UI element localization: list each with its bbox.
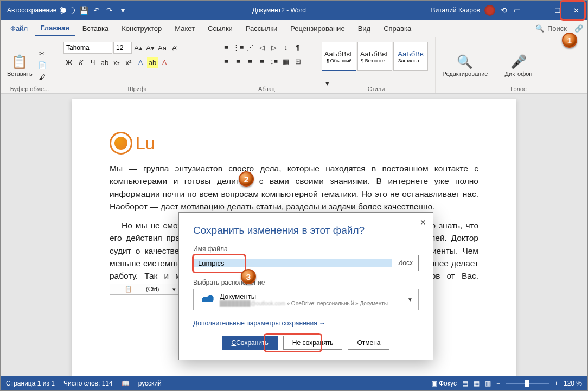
share-button[interactable]: 🔗 — [574, 24, 583, 33]
numbering-icon[interactable]: ⋮≡ — [233, 42, 244, 53]
clipboard-icon: 📋 — [11, 54, 28, 69]
font-group-label: Шрифт — [59, 86, 216, 92]
change-case-icon[interactable]: Aa — [157, 42, 168, 53]
view-web-icon[interactable]: ▥ — [485, 380, 491, 387]
style-heading[interactable]: АаБбВв Заголово... — [393, 42, 428, 71]
tab-file[interactable]: Файл — [5, 21, 33, 36]
cancel-button[interactable]: Отмена — [348, 336, 389, 350]
align-right-icon[interactable]: ≡ — [245, 56, 255, 67]
copy-icon[interactable]: 📄 — [37, 60, 48, 71]
ribbon-tabs: Файл Главная Вставка Конструктор Макет С… — [1, 20, 587, 37]
tab-home[interactable]: Главная — [35, 21, 75, 36]
strike-button[interactable]: ab — [99, 57, 110, 68]
clear-format-icon[interactable]: A̷ — [169, 42, 180, 53]
paste-options-badge[interactable]: 📋 (Ctrl) ▾ — [110, 284, 179, 295]
font-color-icon[interactable]: A — [159, 57, 170, 68]
sort-icon[interactable]: ↕ — [280, 42, 291, 53]
onedrive-icon — [199, 294, 214, 305]
ribbon-mode-icon[interactable]: ▭ — [513, 6, 521, 15]
grow-font-icon[interactable]: A▴ — [133, 42, 144, 53]
zoom-slider[interactable] — [506, 383, 549, 384]
tab-references[interactable]: Ссылки — [202, 21, 238, 36]
borders-icon[interactable]: ⊞ — [292, 56, 303, 67]
tab-help[interactable]: Справка — [378, 21, 417, 36]
multilevel-icon[interactable]: ⋰ — [245, 42, 255, 53]
more-save-options-link[interactable]: Дополнительные параметры сохранения → — [193, 319, 325, 327]
tab-review[interactable]: Рецензирование — [285, 21, 350, 36]
search-icon: 🔍 — [535, 24, 544, 33]
options-icon[interactable]: ⟲ — [500, 6, 508, 15]
close-button[interactable]: ✕ — [567, 1, 585, 20]
tab-layout[interactable]: Макет — [169, 21, 200, 36]
view-read-icon[interactable]: ▦ — [474, 380, 480, 387]
callout-2: 2 — [239, 171, 254, 187]
underline-button[interactable]: Ч — [87, 57, 98, 68]
show-marks-icon[interactable]: ¶ — [292, 42, 303, 53]
bullets-icon[interactable]: ≡ — [221, 42, 232, 53]
qat-dropdown-icon[interactable]: ▾ — [118, 6, 127, 15]
outdent-icon[interactable]: ◁ — [257, 42, 267, 53]
cut-icon[interactable]: ✂ — [37, 48, 48, 59]
chevron-down-icon[interactable]: ▼ — [407, 297, 413, 303]
editing-button[interactable]: 🔍 Редактирование — [440, 53, 490, 78]
focus-mode[interactable]: ▣ Фокус — [431, 380, 457, 387]
line-spacing-icon[interactable]: ↕≡ — [269, 56, 279, 67]
save-button[interactable]: ССохранить — [222, 336, 278, 350]
location-select[interactable]: Документы ████████@outlook.com » OneDriv… — [193, 289, 419, 310]
indent-icon[interactable]: ▷ — [269, 42, 279, 53]
font-name-select[interactable]: Tahoma — [63, 42, 112, 54]
autosave-label: Автосохранение — [7, 7, 56, 14]
dialog-close-button[interactable]: ✕ — [418, 217, 429, 228]
dialog-title: Сохранить изменения в этот файл? — [193, 225, 419, 236]
undo-icon[interactable]: ↶ — [92, 6, 101, 15]
view-print-icon[interactable]: ▤ — [462, 380, 468, 387]
text-effects-icon[interactable]: A — [135, 57, 146, 68]
subscript-button[interactable]: x₂ — [111, 57, 122, 68]
shrink-font-icon[interactable]: A▾ — [145, 42, 156, 53]
dont-save-button[interactable]: Не сохранять — [283, 336, 343, 350]
user-avatar[interactable] — [484, 5, 495, 16]
tab-design[interactable]: Конструктор — [116, 21, 167, 36]
search-box[interactable]: 🔍 Поиск — [535, 24, 567, 33]
tab-mailings[interactable]: Рассылки — [240, 21, 283, 36]
file-extension[interactable]: .docx — [392, 259, 418, 267]
justify-icon[interactable]: ≡ — [257, 56, 267, 67]
search-label: Поиск — [547, 24, 567, 33]
style-no-spacing[interactable]: АаБбВвГ ¶ Без инте... — [357, 42, 392, 71]
maximize-button[interactable]: ☐ — [548, 1, 567, 20]
location-name: Документы — [220, 292, 402, 300]
font-size-select[interactable]: 12 — [113, 42, 132, 54]
filename-input[interactable] — [194, 259, 392, 267]
page-indicator[interactable]: Страница 1 из 1 — [6, 380, 55, 387]
language-indicator[interactable]: русский — [138, 380, 162, 387]
tab-view[interactable]: Вид — [353, 21, 376, 36]
superscript-button[interactable]: x² — [123, 57, 134, 68]
toggle-icon[interactable] — [60, 7, 75, 14]
document-area[interactable]: Lu Мы — группа энтузиастов своего дела, … — [1, 94, 587, 376]
italic-button[interactable]: К — [75, 57, 86, 68]
align-center-icon[interactable]: ≡ — [233, 56, 244, 67]
dictate-button[interactable]: 🎤 Диктофон — [503, 53, 535, 78]
align-left-icon[interactable]: ≡ — [221, 56, 232, 67]
document-title: Документ2 - Word — [127, 7, 431, 14]
tab-insert[interactable]: Вставка — [77, 21, 114, 36]
style-normal[interactable]: АаБбВвГ ¶ Обычный — [322, 42, 356, 71]
zoom-level[interactable]: 120 % — [564, 380, 582, 387]
spellcheck-icon[interactable]: 📖 — [122, 380, 130, 387]
paste-button[interactable]: 📋 Вставить — [5, 53, 35, 78]
filename-label: Имя файла — [193, 245, 419, 253]
callout-1: 1 — [562, 33, 577, 48]
highlight-icon[interactable]: ab — [147, 57, 158, 68]
user-name: Виталий Каиров — [431, 7, 480, 14]
redo-icon[interactable]: ↷ — [105, 6, 114, 15]
format-painter-icon[interactable]: 🖌 — [37, 72, 48, 83]
shading-icon[interactable]: ▦ — [280, 56, 291, 67]
bold-button[interactable]: Ж — [63, 57, 74, 68]
word-count[interactable]: Число слов: 114 — [63, 380, 113, 387]
zoom-out-button[interactable]: − — [496, 380, 500, 387]
autosave-toggle[interactable]: Автосохранение — [7, 7, 75, 14]
minimize-button[interactable]: — — [530, 1, 548, 20]
zoom-in-button[interactable]: + — [554, 380, 558, 387]
para-group-label: Абзац — [216, 86, 317, 92]
save-icon[interactable]: 💾 — [79, 6, 88, 15]
